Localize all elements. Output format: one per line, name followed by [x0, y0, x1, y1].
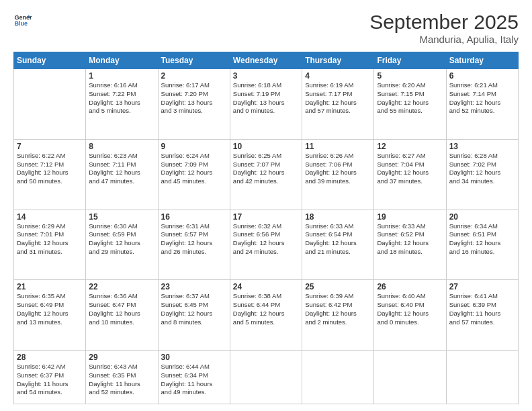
day-cell: 24Sunrise: 6:38 AM Sunset: 6:44 PM Dayli… — [230, 280, 302, 351]
day-number: 30 — [161, 353, 227, 362]
day-header-sunday: Sunday — [14, 52, 86, 69]
day-info: Sunrise: 6:34 AM Sunset: 6:51 PM Dayligh… — [449, 222, 515, 257]
page: General Blue September 2025 Manduria, Ap… — [0, 0, 532, 411]
day-cell: 21Sunrise: 6:35 AM Sunset: 6:49 PM Dayli… — [14, 280, 86, 351]
day-cell: 13Sunrise: 6:28 AM Sunset: 7:02 PM Dayli… — [446, 139, 518, 210]
day-header-saturday: Saturday — [446, 52, 518, 69]
location: Manduria, Apulia, Italy — [369, 34, 519, 45]
day-cell — [230, 351, 302, 404]
day-number: 1 — [89, 71, 154, 81]
day-info: Sunrise: 6:33 AM Sunset: 6:54 PM Dayligh… — [305, 222, 371, 257]
day-cell: 11Sunrise: 6:26 AM Sunset: 7:06 PM Dayli… — [302, 139, 374, 210]
day-info: Sunrise: 6:41 AM Sunset: 6:39 PM Dayligh… — [449, 292, 515, 326]
day-number: 27 — [449, 282, 515, 291]
day-cell: 1Sunrise: 6:16 AM Sunset: 7:22 PM Daylig… — [86, 69, 158, 140]
day-cell — [302, 351, 374, 404]
day-cell: 22Sunrise: 6:36 AM Sunset: 6:47 PM Dayli… — [86, 280, 158, 351]
day-cell: 16Sunrise: 6:31 AM Sunset: 6:57 PM Dayli… — [158, 210, 230, 280]
day-info: Sunrise: 6:23 AM Sunset: 7:11 PM Dayligh… — [89, 152, 154, 186]
day-info: Sunrise: 6:36 AM Sunset: 6:47 PM Dayligh… — [89, 292, 154, 326]
day-number: 8 — [89, 142, 154, 151]
day-cell: 25Sunrise: 6:39 AM Sunset: 6:42 PM Dayli… — [302, 280, 374, 351]
day-info: Sunrise: 6:42 AM Sunset: 6:37 PM Dayligh… — [17, 363, 83, 397]
day-cell: 6Sunrise: 6:21 AM Sunset: 7:14 PM Daylig… — [446, 69, 518, 140]
day-info: Sunrise: 6:40 AM Sunset: 6:40 PM Dayligh… — [377, 292, 443, 326]
day-number: 28 — [17, 353, 83, 362]
day-info: Sunrise: 6:29 AM Sunset: 7:01 PM Dayligh… — [17, 222, 83, 257]
day-number: 4 — [305, 71, 371, 81]
day-number: 24 — [233, 282, 299, 291]
day-number: 29 — [89, 353, 154, 362]
week-row-2: 7Sunrise: 6:22 AM Sunset: 7:12 PM Daylig… — [14, 139, 519, 210]
day-cell — [374, 351, 446, 404]
day-cell: 17Sunrise: 6:32 AM Sunset: 6:56 PM Dayli… — [230, 210, 302, 280]
logo: General Blue — [13, 11, 32, 30]
day-info: Sunrise: 6:35 AM Sunset: 6:49 PM Dayligh… — [17, 292, 83, 326]
calendar-table: SundayMondayTuesdayWednesdayThursdayFrid… — [13, 52, 519, 404]
day-number: 12 — [377, 142, 443, 151]
day-cell: 26Sunrise: 6:40 AM Sunset: 6:40 PM Dayli… — [374, 280, 446, 351]
day-number: 2 — [161, 71, 227, 81]
day-info: Sunrise: 6:30 AM Sunset: 6:59 PM Dayligh… — [89, 222, 154, 257]
day-info: Sunrise: 6:38 AM Sunset: 6:44 PM Dayligh… — [233, 292, 299, 326]
day-header-thursday: Thursday — [302, 52, 374, 69]
day-info: Sunrise: 6:37 AM Sunset: 6:45 PM Dayligh… — [161, 292, 227, 326]
header: General Blue September 2025 Manduria, Ap… — [13, 11, 519, 45]
day-number: 10 — [233, 142, 299, 151]
day-info: Sunrise: 6:28 AM Sunset: 7:02 PM Dayligh… — [449, 152, 515, 186]
day-info: Sunrise: 6:19 AM Sunset: 7:17 PM Dayligh… — [305, 81, 371, 116]
day-header-wednesday: Wednesday — [230, 52, 302, 69]
day-number: 13 — [449, 142, 515, 151]
day-info: Sunrise: 6:33 AM Sunset: 6:52 PM Dayligh… — [377, 222, 443, 257]
day-cell: 10Sunrise: 6:25 AM Sunset: 7:07 PM Dayli… — [230, 139, 302, 210]
day-cell: 23Sunrise: 6:37 AM Sunset: 6:45 PM Dayli… — [158, 280, 230, 351]
day-info: Sunrise: 6:22 AM Sunset: 7:12 PM Dayligh… — [17, 152, 83, 186]
day-number: 15 — [89, 212, 154, 222]
day-cell: 19Sunrise: 6:33 AM Sunset: 6:52 PM Dayli… — [374, 210, 446, 280]
day-info: Sunrise: 6:32 AM Sunset: 6:56 PM Dayligh… — [233, 222, 299, 257]
day-cell: 15Sunrise: 6:30 AM Sunset: 6:59 PM Dayli… — [86, 210, 158, 280]
day-info: Sunrise: 6:24 AM Sunset: 7:09 PM Dayligh… — [161, 152, 227, 186]
day-cell: 30Sunrise: 6:44 AM Sunset: 6:34 PM Dayli… — [158, 351, 230, 404]
day-info: Sunrise: 6:20 AM Sunset: 7:15 PM Dayligh… — [377, 81, 443, 116]
day-cell: 14Sunrise: 6:29 AM Sunset: 7:01 PM Dayli… — [14, 210, 86, 280]
day-cell: 28Sunrise: 6:42 AM Sunset: 6:37 PM Dayli… — [14, 351, 86, 404]
day-number: 17 — [233, 212, 299, 222]
day-header-tuesday: Tuesday — [158, 52, 230, 69]
day-number: 14 — [17, 212, 83, 222]
day-cell: 2Sunrise: 6:17 AM Sunset: 7:20 PM Daylig… — [158, 69, 230, 140]
day-info: Sunrise: 6:17 AM Sunset: 7:20 PM Dayligh… — [161, 81, 227, 116]
day-info: Sunrise: 6:25 AM Sunset: 7:07 PM Dayligh… — [233, 152, 299, 186]
day-cell: 29Sunrise: 6:43 AM Sunset: 6:35 PM Dayli… — [86, 351, 158, 404]
day-number: 26 — [377, 282, 443, 291]
day-cell: 20Sunrise: 6:34 AM Sunset: 6:51 PM Dayli… — [446, 210, 518, 280]
day-number: 19 — [377, 212, 443, 222]
day-cell: 4Sunrise: 6:19 AM Sunset: 7:17 PM Daylig… — [302, 69, 374, 140]
day-cell: 18Sunrise: 6:33 AM Sunset: 6:54 PM Dayli… — [302, 210, 374, 280]
day-number: 3 — [233, 71, 299, 81]
day-number: 23 — [161, 282, 227, 291]
month-title: September 2025 — [369, 11, 519, 34]
day-info: Sunrise: 6:26 AM Sunset: 7:06 PM Dayligh… — [305, 152, 371, 186]
week-row-3: 14Sunrise: 6:29 AM Sunset: 7:01 PM Dayli… — [14, 210, 519, 280]
day-header-monday: Monday — [86, 52, 158, 69]
day-number: 16 — [161, 212, 227, 222]
day-info: Sunrise: 6:43 AM Sunset: 6:35 PM Dayligh… — [89, 363, 154, 397]
day-cell — [14, 69, 86, 140]
day-cell: 12Sunrise: 6:27 AM Sunset: 7:04 PM Dayli… — [374, 139, 446, 210]
day-cell: 8Sunrise: 6:23 AM Sunset: 7:11 PM Daylig… — [86, 139, 158, 210]
week-row-5: 28Sunrise: 6:42 AM Sunset: 6:37 PM Dayli… — [14, 351, 519, 404]
logo-icon: General Blue — [13, 11, 32, 30]
day-number: 6 — [449, 71, 515, 81]
day-info: Sunrise: 6:31 AM Sunset: 6:57 PM Dayligh… — [161, 222, 227, 257]
week-row-1: 1Sunrise: 6:16 AM Sunset: 7:22 PM Daylig… — [14, 69, 519, 140]
header-row: SundayMondayTuesdayWednesdayThursdayFrid… — [14, 52, 519, 69]
title-area: September 2025 Manduria, Apulia, Italy — [369, 11, 519, 45]
day-number: 7 — [17, 142, 83, 151]
day-header-friday: Friday — [374, 52, 446, 69]
day-number: 25 — [305, 282, 371, 291]
svg-text:Blue: Blue — [14, 20, 28, 27]
day-number: 9 — [161, 142, 227, 151]
day-info: Sunrise: 6:18 AM Sunset: 7:19 PM Dayligh… — [233, 81, 299, 116]
day-info: Sunrise: 6:16 AM Sunset: 7:22 PM Dayligh… — [89, 81, 154, 116]
